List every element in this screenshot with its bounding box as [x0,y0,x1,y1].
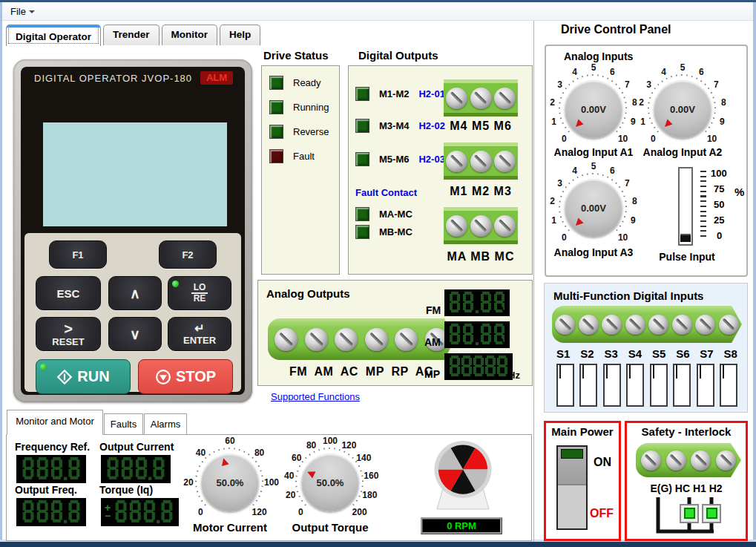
screw-icon [641,451,661,471]
knob-scale-label: 6 [610,67,615,77]
knob-scale-label: 1 [640,117,645,127]
output-torque-knob[interactable]: 50.0% 020406080100120140160180200 [281,433,379,531]
fault-contact-label: Fault Contact [355,187,417,198]
s6-switch[interactable] [673,364,691,407]
knob-scale-label: 160 [364,471,378,481]
m5-m6-label: M5-M6 [379,154,409,165]
knob-scale-label: 100 [323,436,338,446]
knob-pointer-icon [306,468,315,478]
stop-button[interactable]: STOP [138,359,233,394]
knob-scale-label: 60 [292,453,301,463]
am-display [444,321,510,348]
knob-scale-label: 9 [720,117,725,127]
motor-fan [429,436,497,512]
analog-input-a2-knob[interactable]: 0.00V 012345678910 [634,60,732,158]
knob-scale-label: 3 [557,178,562,189]
screw-icon [470,151,492,172]
tab-monitor-and-motor[interactable]: Monitor and Motor [7,410,103,435]
screw-icon [719,315,739,335]
esc-key[interactable]: ESC [36,276,101,310]
enter-key[interactable]: ↵ENTER [168,317,231,351]
up-arrow-key[interactable]: ∧ [108,276,162,310]
tab-faults[interactable]: Faults [104,413,143,435]
knob-scale-label: 120 [341,440,356,451]
down-arrow-key[interactable]: ∨ [108,317,162,351]
s7-label: S7 [696,347,718,360]
analog-input-a3-label: Analog Input A3 [545,246,642,258]
reset-key[interactable]: >RESET [36,317,101,351]
s7-switch[interactable] [697,364,714,407]
s1-switch[interactable] [556,364,574,407]
digital-outputs-title: Digital Outputs [358,49,438,62]
motor-current-knob[interactable]: 50.0% 020406080100120 [181,433,279,531]
fault-led [269,149,283,163]
menu-dropdown-caret-icon [29,10,35,13]
knob-scale-label: 180 [362,490,377,500]
safety-terminal-strip [636,443,741,477]
s5-switch[interactable] [650,364,668,407]
knob-scale-label: 6 [610,166,615,176]
knob-scale-label: 2 [550,196,555,206]
motor-current-label: Motor Current [181,521,279,534]
s2-switch[interactable] [579,364,597,407]
switch-led [676,364,677,379]
analog-input-a1-knob[interactable]: 0.00V 012345678910 [545,60,642,158]
knob-scale-label: 80 [306,440,316,451]
supported-functions-link[interactable]: Supported Functions [271,391,360,402]
main-tab-bar: Digital Operator Trender Monitor Help [6,24,260,46]
pulse-input-slider[interactable] [678,167,693,246]
pulse-tick-100: 100 [711,168,727,179]
knob-scale-label: 0 [562,134,567,144]
m1-m2-param[interactable]: H2-01 [418,88,444,99]
main-power-led [561,449,583,459]
pulse-input-label: Pulse Input [653,251,721,263]
screw-icon [446,88,467,109]
main-power-switch[interactable] [556,445,588,530]
f1-key[interactable]: F1 [49,240,107,269]
ma-mc-label: MA-MC [379,209,412,220]
a2-value: 0.00V [670,104,695,115]
analog-input-a3-knob[interactable]: 0.00V 012345678910 [545,159,642,257]
run-led [40,364,47,370]
a3-value: 0.00V [581,203,606,214]
tab-trender[interactable]: Trender [103,24,160,45]
knob-scale-label: 4 [661,67,666,77]
down-arrow-icon: ∨ [130,327,140,341]
screw-icon [470,88,492,109]
block-label-m1m2m3: M1 M2 M3 [441,185,521,198]
h2-safety-button[interactable] [703,505,720,523]
am-display-label: AM [424,336,441,348]
s8-switch[interactable] [720,364,737,407]
ready-led [269,76,283,90]
s3-switch[interactable] [603,364,621,407]
s4-switch[interactable] [626,364,644,407]
digital-outputs-panel: M1-M2H2-01 M3-M4H2-02 M5-M6H2-03 Fault C… [348,65,533,275]
output-current-label: Output Current [99,441,174,453]
run-button[interactable]: RUN [36,359,131,394]
knob-scale-label: 10 [707,134,717,144]
screw-icon [672,315,692,335]
tab-digital-operator[interactable]: Digital Operator [6,24,101,46]
tab-help[interactable]: Help [220,24,260,45]
lo-re-led [172,281,179,287]
reverse-label: Reverse [293,126,329,137]
stop-icon [155,369,171,385]
knob-scale-label: 5 [591,62,596,73]
f2-key[interactable]: F2 [159,240,217,269]
run-icon [56,369,73,385]
up-arrow-icon: ∧ [130,286,140,301]
main-power-off-label: OFF [590,507,614,520]
file-menu[interactable]: File [6,4,39,19]
m5-m6-param[interactable]: H2-03 [418,154,444,165]
tab-alarms[interactable]: Alarms [144,413,187,435]
operator-lcd-screen [43,122,227,226]
knob-pointer-icon [573,217,583,228]
s2-label: S2 [576,347,598,360]
pulse-slider-handle[interactable] [680,234,691,242]
s6-label: S6 [671,347,694,360]
terminal-block-mambmc [444,207,518,244]
h1-safety-button[interactable] [680,505,698,523]
safety-terminal-labels: E(G) HC H1 H2 [627,482,746,494]
screw-icon [695,315,715,335]
tab-monitor[interactable]: Monitor [162,24,218,45]
